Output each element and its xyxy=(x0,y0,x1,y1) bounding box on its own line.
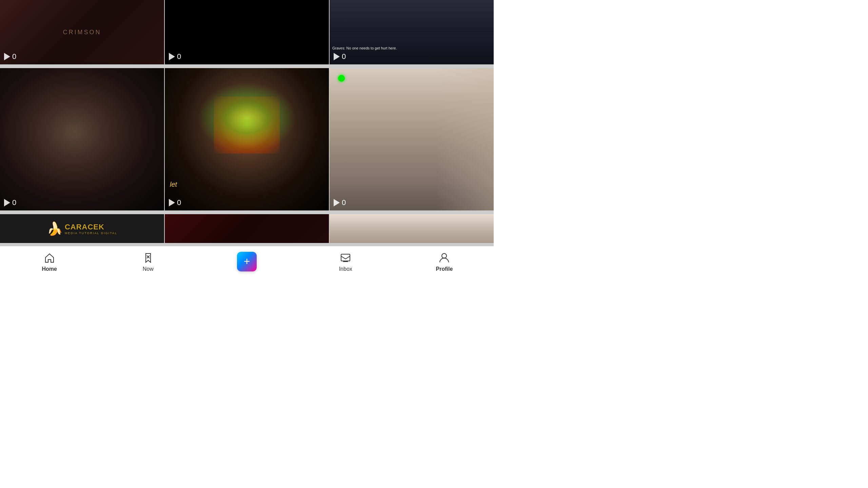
brand-text: CARACEK xyxy=(65,223,117,231)
play-icon-6 xyxy=(334,199,340,206)
bottom-nav: Home Now + Inbox xyxy=(0,246,494,277)
video-cell-9[interactable] xyxy=(330,214,494,243)
play-info-4: 0 xyxy=(4,198,16,207)
play-icon-5 xyxy=(169,199,175,206)
play-count-5: 0 xyxy=(177,198,181,207)
inbox-label: Inbox xyxy=(339,266,352,272)
dark-red-thumbnail xyxy=(165,214,329,243)
svg-rect-0 xyxy=(341,254,350,261)
face-light-thumbnail xyxy=(330,68,494,210)
green-dot xyxy=(338,75,345,82)
banana-emoji: 🍌 xyxy=(47,221,63,236)
video-cell-7[interactable]: 🍌 CARACEK MEDIA TUTORIAL DIGITAL xyxy=(0,214,164,243)
play-info-6: 0 xyxy=(334,198,346,207)
military-thumbnail xyxy=(330,0,494,64)
play-info-5: 0 xyxy=(169,198,181,207)
play-icon-2 xyxy=(169,53,175,60)
svg-point-2 xyxy=(442,253,447,258)
nav-inbox[interactable]: Inbox xyxy=(296,251,395,272)
profile-label: Profile xyxy=(436,266,453,272)
nav-now[interactable]: Now xyxy=(99,251,197,272)
play-icon-4 xyxy=(4,199,10,206)
nav-home[interactable]: Home xyxy=(0,251,99,272)
now-icon xyxy=(141,251,155,265)
play-count-6: 0 xyxy=(342,198,346,207)
play-info-1: 0 xyxy=(4,52,16,61)
profile-icon xyxy=(437,251,451,265)
play-info-3: 0 xyxy=(334,52,346,61)
play-icon-1 xyxy=(4,53,10,60)
face-dark-thumbnail xyxy=(0,68,164,210)
play-count-4: 0 xyxy=(12,198,16,207)
game-thumbnail xyxy=(165,68,329,210)
play-count-2: 0 xyxy=(177,52,181,61)
play-info-2: 0 xyxy=(169,52,181,61)
video-grid: CRIMSON 0 0 Graves: No one needs to get … xyxy=(0,0,494,246)
video-cell-8[interactable] xyxy=(165,214,329,243)
create-plus-button[interactable]: + xyxy=(237,252,257,271)
media-sub-text: MEDIA TUTORIAL DIGITAL xyxy=(65,231,117,235)
video-cell-2[interactable]: 0 xyxy=(165,0,329,64)
video-cell-5[interactable]: let 0 xyxy=(165,68,329,210)
video-cell-1[interactable]: CRIMSON 0 xyxy=(0,0,164,64)
video-cell-3[interactable]: Graves: No one needs to get hurt here. 0 xyxy=(330,0,494,64)
subtitle-text: Graves: No one needs to get hurt here. xyxy=(330,45,494,51)
play-count-1: 0 xyxy=(12,52,16,61)
home-label: Home xyxy=(42,266,57,272)
crimson-label: CRIMSON xyxy=(63,29,101,36)
shelf-thumbnail xyxy=(330,214,494,243)
nav-profile[interactable]: Profile xyxy=(395,251,494,272)
plus-sign: + xyxy=(244,256,250,267)
nav-create[interactable]: + xyxy=(197,252,296,271)
banana-logo: 🍌 CARACEK MEDIA TUTORIAL DIGITAL xyxy=(47,221,117,236)
inbox-icon xyxy=(339,251,352,265)
play-icon-3 xyxy=(334,53,340,60)
now-label: Now xyxy=(143,266,154,272)
video-cell-6[interactable]: 0 xyxy=(330,68,494,210)
play-count-3: 0 xyxy=(342,52,346,61)
let-overlay: let xyxy=(170,181,177,188)
home-icon xyxy=(43,251,56,265)
video-cell-4[interactable]: 0 xyxy=(0,68,164,210)
